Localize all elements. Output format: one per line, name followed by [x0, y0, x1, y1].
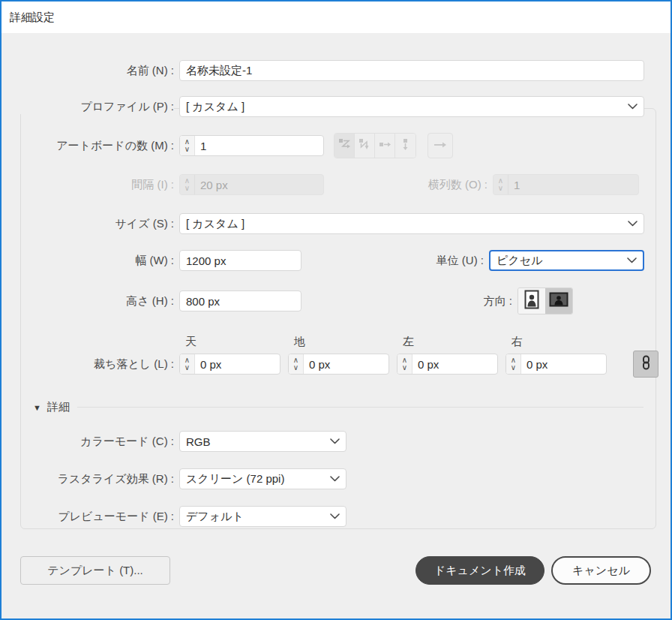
portrait-button[interactable] [518, 288, 545, 314]
bleed-bottom-stepper: ∧∨ 0 px [288, 354, 389, 375]
orientation-label: 方向 : [484, 294, 512, 308]
chevron-down-icon [628, 221, 638, 227]
raster-effects-select[interactable]: スクリーン (72 ppi) [179, 468, 346, 489]
grid-by-row-button[interactable] [334, 134, 355, 158]
stepper-arrows: ∧∨ [180, 175, 195, 194]
color-mode-label: カラーモード (C) : [20, 435, 174, 449]
artboard-count-row: アートボードの数 (M) : ∧∨ 1 [2, 133, 670, 158]
height-input[interactable] [179, 290, 302, 312]
dialog-footer: テンプレート (T)... ドキュメント作成 キャンセル [2, 556, 670, 585]
name-row: 名前 (N) : [2, 60, 670, 81]
unit-value: ピクセル [496, 254, 542, 268]
color-mode-row: カラーモード (C) : RGB [2, 431, 670, 452]
unit-label: 単位 (U) : [436, 254, 484, 268]
size-row: サイズ (S) : [ カスタム ] [2, 213, 670, 234]
width-row: 幅 (W) : 単位 (U) : ピクセル [2, 250, 670, 271]
arrange-by-row-icon [379, 138, 392, 154]
stepper-arrows: ∧∨ [494, 175, 508, 194]
landscape-icon [549, 292, 568, 310]
size-select[interactable]: [ カスタム ] [179, 213, 644, 234]
detail-disclosure-row: ▼ 詳細 [2, 400, 670, 414]
preview-mode-label: プレビューモード (E) : [20, 510, 174, 524]
grid-by-column-button[interactable] [355, 134, 375, 158]
color-mode-value: RGB [186, 435, 211, 448]
bleed-bottom-input[interactable]: 0 px [304, 354, 388, 374]
arrange-by-row-button[interactable] [375, 134, 395, 158]
stepper-arrows[interactable]: ∧∨ [398, 354, 412, 374]
template-button[interactable]: テンプレート (T)... [20, 556, 170, 585]
stepper-arrows[interactable]: ∧∨ [506, 354, 521, 374]
raster-effects-value: スクリーン (72 ppi) [186, 472, 284, 486]
spacing-row: 間隔 (I) : ∧∨ 20 px 横列数 (O) : ∧∨ 1 [2, 174, 670, 195]
section-divider [77, 407, 644, 408]
profile-label: プロファイル (P) : [20, 100, 174, 114]
stepper-arrows[interactable]: ∧∨ [289, 354, 304, 374]
layout-direction-button[interactable] [428, 133, 453, 158]
bleed-left-label: 左 [397, 335, 498, 349]
cancel-button[interactable]: キャンセル [551, 556, 651, 585]
chevron-down-icon [628, 104, 638, 110]
bleed-left-input[interactable]: 0 px [412, 354, 497, 374]
chevron-down-icon [330, 476, 340, 482]
detail-section-label: 詳細 [47, 400, 70, 414]
profile-select[interactable]: [ カスタム ] [179, 96, 644, 117]
size-value: [ カスタム ] [186, 217, 244, 231]
bleed-header-row: 天 地 左 右 [2, 335, 670, 349]
color-mode-select[interactable]: RGB [179, 431, 346, 452]
dialog-title: 詳細設定 [10, 11, 55, 25]
arrange-by-column-icon [399, 138, 412, 154]
create-document-button[interactable]: ドキュメント作成 [416, 556, 544, 585]
artboard-count-input[interactable]: 1 [195, 136, 323, 155]
height-row: 高さ (H) : 方向 : [2, 287, 670, 315]
raster-effects-row: ラスタライズ効果 (R) : スクリーン (72 ppi) [2, 468, 670, 489]
bleed-left-stepper: ∧∨ 0 px [397, 354, 498, 375]
artboard-count-label: アートボードの数 (M) : [20, 139, 174, 153]
arrange-by-column-button[interactable] [395, 134, 416, 158]
grid-by-column-icon [358, 138, 371, 154]
unit-select[interactable]: ピクセル [489, 250, 644, 271]
bleed-right-input[interactable]: 0 px [521, 354, 606, 374]
height-label: 高さ (H) : [20, 294, 174, 308]
landscape-button[interactable] [545, 288, 572, 314]
spacing-stepper: ∧∨ 20 px [179, 174, 324, 195]
bleed-right-label: 右 [506, 335, 607, 349]
bleed-top-stepper: ∧∨ 0 px [179, 354, 280, 375]
artboard-count-stepper: ∧∨ 1 [179, 135, 324, 156]
columns-stepper: ∧∨ 1 [493, 174, 639, 195]
advanced-settings-dialog: 詳細設定 名前 (N) : プロファイル (P) : [ カスタム ] アートボ… [0, 0, 672, 620]
portrait-icon [524, 290, 539, 312]
spacing-input: 20 px [195, 175, 323, 194]
columns-label: 横列数 (O) : [428, 178, 488, 192]
width-input[interactable] [179, 250, 302, 271]
right-arrow-icon [434, 139, 447, 152]
preview-mode-select[interactable]: デフォルト [179, 506, 346, 527]
chevron-down-icon [330, 438, 340, 444]
bleed-bottom-label: 地 [288, 335, 389, 349]
size-label: サイズ (S) : [20, 217, 174, 231]
chevron-down-icon [330, 513, 340, 519]
profile-row: プロファイル (P) : [ カスタム ] [2, 96, 670, 117]
preview-mode-value: デフォルト [186, 510, 244, 524]
chain-link-icon [641, 355, 651, 373]
name-label: 名前 (N) : [20, 64, 174, 78]
stepper-arrows[interactable]: ∧∨ [180, 136, 195, 155]
grid-by-row-icon [338, 138, 351, 154]
stepper-arrows[interactable]: ∧∨ [180, 354, 195, 374]
bleed-top-input[interactable]: 0 px [195, 354, 280, 374]
preview-mode-row: プレビューモード (E) : デフォルト [2, 506, 670, 527]
raster-effects-label: ラスタライズ効果 (R) : [20, 472, 174, 486]
dialog-titlebar: 詳細設定 [2, 2, 670, 33]
bleed-label: 裁ち落とし (L) : [20, 357, 174, 372]
spacing-label: 間隔 (I) : [20, 178, 174, 192]
bleed-row: 裁ち落とし (L) : ∧∨ 0 px ∧∨ 0 px ∧∨ 0 px ∧∨ 0… [2, 351, 670, 378]
triangle-down-icon[interactable]: ▼ [33, 403, 41, 412]
bleed-link-button[interactable] [633, 351, 658, 378]
artboard-layout-group [334, 133, 416, 158]
bleed-top-label: 天 [179, 335, 280, 349]
profile-value: [ カスタム ] [186, 100, 244, 114]
chevron-down-icon [627, 257, 637, 263]
name-input[interactable] [179, 60, 644, 81]
bleed-right-stepper: ∧∨ 0 px [506, 354, 607, 375]
columns-input: 1 [508, 175, 638, 194]
orientation-group [518, 287, 573, 315]
